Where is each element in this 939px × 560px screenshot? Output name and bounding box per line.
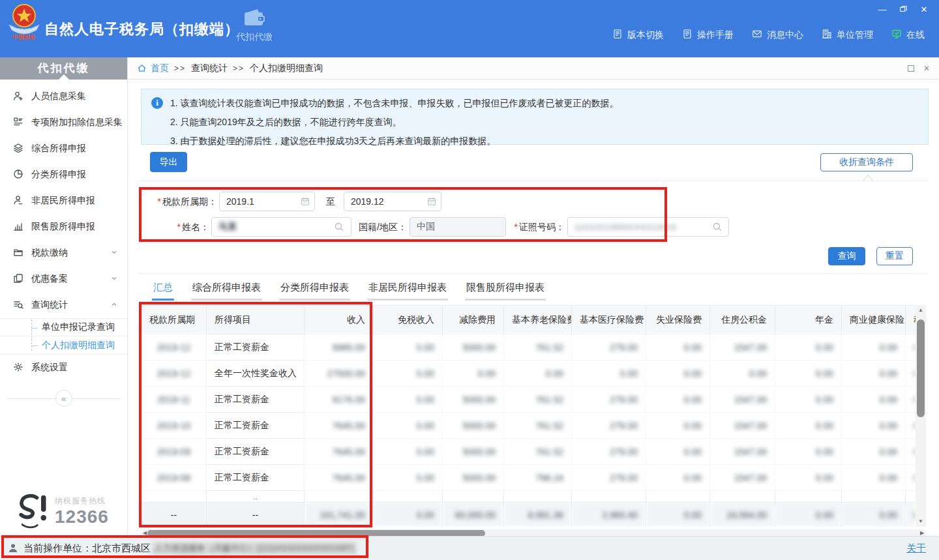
cell-amount: 5000.00 [443,439,504,465]
panel-maximize-icon[interactable] [908,65,914,72]
sidebar-item[interactable]: 人员信息采集 [0,83,127,110]
panel-close-icon[interactable]: ✕ [923,64,930,73]
sidebar-subitem[interactable]: 单位申报记录查询 [0,318,127,336]
nationality-input [410,217,506,237]
sidebar-item[interactable]: 税款缴纳 [0,240,127,266]
cell-amount: 5000.00 [443,413,504,439]
cell-amount: 5000.00 [443,334,504,361]
header-menu-item-1[interactable]: 版本切换 [612,29,664,41]
sidebar-collapse-button[interactable]: « [55,390,72,407]
sidebar-item-label: 综合所得申报 [31,143,86,155]
id-number-label: *证照号码： [511,217,565,237]
sidebar-item[interactable]: 非居民所得申报 [0,188,127,214]
cell-amount: 5000.00 [443,465,504,491]
cell-income-item: 正常工资薪金 [207,387,305,413]
sidebar-item[interactable]: 查询统计 [0,292,127,318]
tab-item[interactable]: 分类所得申报表 [279,278,350,301]
cell-summary-amount: 0.00 [906,503,916,527]
cell-amount: 0.00 [646,413,710,439]
sidebar-item[interactable]: 限售股所得申报 [0,214,127,240]
table-row[interactable]: 2019-11正常工资薪金9176.000.005000.00761.52279… [142,387,916,413]
header-menu-item-2[interactable]: 操作手册 [682,29,734,41]
table-row[interactable]: 2019-09正常工资薪金7645.000.005000.00761.52279… [142,439,916,465]
sidebar-item-label: 税款缴纳 [31,247,68,259]
table-row[interactable]: 2019-12正常工资薪金9985.000.005000.00761.52279… [142,334,916,361]
sidebar-item-label: 限售股所得申报 [31,221,95,233]
info-icon: i [151,97,163,109]
cell-summary-amount: 60,000.00 [443,503,504,527]
topnav-withholding[interactable]: 代扣代缴 [230,8,279,43]
column-header: 失业保险费 [646,306,710,334]
header-menu-item-3[interactable]: 消息中心 [752,29,803,41]
vertical-scroll-thumb[interactable] [917,319,925,417]
about-link[interactable]: 关于 [906,542,926,555]
column-header: 税款所属期 [142,306,207,334]
app-header: 中国税务 自然人电子税务局（扣缴端） 代扣代缴 版本切换操作手册消息中心单位管理… [0,0,939,57]
bar-chart-icon [13,221,23,233]
header-menu-label: 操作手册 [697,29,734,41]
result-table-wrap: 税款所属期所得项目收入免税收入减除费用基本养老保险费基本医疗保险费失业保险费住房… [141,305,916,527]
cell-amount: 0.00 [906,334,916,361]
table-summary-row: ----161,741.000.0060,000.008,991.362,960… [142,503,916,527]
cell-amount: 0.00 [775,413,842,439]
cell-amount: 7645.00 [305,439,374,465]
tab-item[interactable]: 限售股所得申报表 [465,278,546,301]
reset-button[interactable]: 重置 [876,247,913,265]
export-button[interactable]: 导出 [150,152,187,172]
breadcrumb-home-link[interactable]: 首页 [137,63,169,74]
sidebar-item[interactable]: 专项附加扣除信息采集 [0,110,127,136]
scroll-up-icon[interactable]: ▲ [916,305,926,316]
window-controls: — ✕ [874,3,932,16]
vertical-scrollbar[interactable]: ▲ ▼ [916,305,926,527]
minimize-icon[interactable]: — [874,3,891,16]
sidebar-title: 代扣代缴 [0,57,127,80]
cell-amount: 0.00 [775,387,842,413]
calendar-icon[interactable] [427,197,436,206]
cell-amount: 9985.00 [305,334,374,361]
scroll-down-icon[interactable]: ▼ [916,516,926,527]
tab-item[interactable]: 非居民所得申报表 [367,278,448,301]
table-row[interactable]: 2019-08正常工资薪金7645.000.005000.00798.24279… [142,465,916,491]
header-menu-item-4[interactable]: 单位管理 [822,29,873,41]
name-input[interactable]: 马某 [211,217,351,237]
collapse-query-button[interactable]: 收折查询条件 [820,153,913,171]
sidebar-subitem[interactable]: 个人扣缴明细查询 [0,336,127,355]
calendar-icon[interactable] [301,197,310,206]
cell-income-item: 正常工资薪金 [207,334,305,361]
cell-amount: 0.00 [572,361,646,387]
search-icon[interactable] [712,222,723,232]
sidebar-item[interactable]: 系统设置 [0,355,127,381]
sidebar-item[interactable]: 综合所得申报 [0,136,127,162]
cell-amount: 0.00 [775,361,842,387]
online-monitor-icon [891,29,902,41]
cell-amount: 0.00 [374,465,443,491]
search-button[interactable]: 查询 [828,247,865,265]
sidebar-menu: 人员信息采集专项附加扣除信息采集综合所得申报分类所得申报非居民所得申报限售股所得… [0,80,127,381]
id-number-input[interactable]: 1101021993XXXX2XXX [567,217,729,237]
person-icon [13,195,23,207]
sidebar-item-label: 非居民所得申报 [31,195,95,207]
close-icon[interactable]: ✕ [916,3,932,16]
wallet-icon [243,8,265,27]
tab-item[interactable]: 综合所得申报表 [191,278,262,301]
header-menu-item-5[interactable]: 在线 [891,29,925,41]
column-header: 所得项目 [207,306,305,334]
sidebar-item[interactable]: 优惠备案 [0,266,127,292]
header-menu-label: 在线 [906,29,925,41]
table-row[interactable]: 2019-10正常工资薪金7645.000.005000.00761.52279… [142,413,916,439]
table-row[interactable]: 2019-12全年一次性奖金收入27500.000.000.000.000.00… [142,361,916,387]
cell-summary-item: -- [207,503,305,527]
tab-active[interactable]: 汇总 [152,278,174,301]
sidebar-item[interactable]: 分类所得申报 [0,162,127,188]
cell-amount: 0.00 [443,361,504,387]
table-header-row: 税款所属期所得项目收入免税收入减除费用基本养老保险费基本医疗保险费失业保险费住房… [142,306,916,334]
cell-amount: 0.00 [646,361,710,387]
search-icon[interactable] [334,222,344,232]
cell-summary-amount: 0.00 [646,503,710,527]
cell-period: 2019-12 [142,334,207,361]
restore-icon[interactable] [895,3,912,16]
header-menu-label: 版本切换 [627,29,664,41]
cell-amount: 7645.00 [305,413,374,439]
cell-period: 2019-11 [142,387,207,413]
sidebar-item-label: 查询统计 [31,299,68,311]
